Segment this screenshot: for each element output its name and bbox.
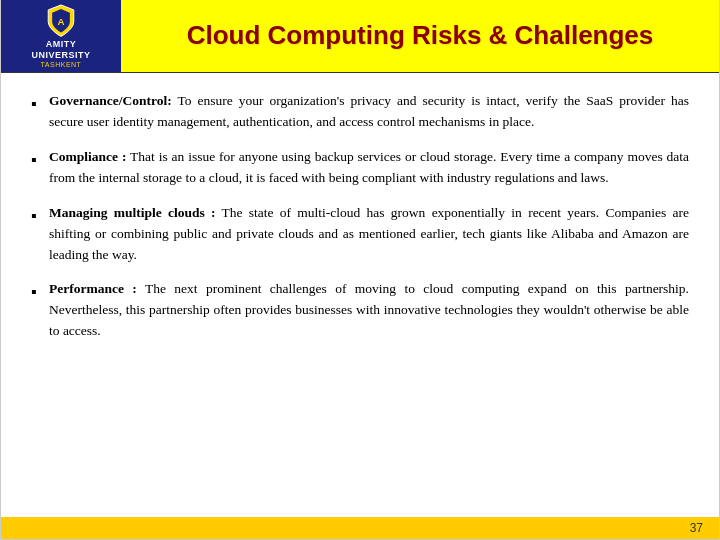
bullet-marker-4: ▪ [31, 280, 49, 305]
page-number: 37 [690, 521, 703, 535]
bullet-label-compliance: Compliance : [49, 149, 126, 164]
slide-footer: 37 [1, 517, 719, 539]
logo-university: UNIVERSITY [31, 50, 90, 61]
bullet-text-multiclouds: Managing multiple clouds : The state of … [49, 203, 689, 266]
bullet-item-performance: ▪ Performance : The next prominent chall… [31, 279, 689, 342]
bullet-item-multiclouds: ▪ Managing multiple clouds : The state o… [31, 203, 689, 266]
bullet-text-governance: Governance/Control: To ensure your organ… [49, 91, 689, 133]
logo-name: AMITY [46, 39, 77, 50]
bullet-text-compliance: Compliance : That is an issue for anyone… [49, 147, 689, 189]
bullet-label-performance: Performance : [49, 281, 137, 296]
bullet-marker-3: ▪ [31, 204, 49, 229]
logo-area: A AMITY UNIVERSITY TASHKENT [1, 0, 121, 72]
bullet-marker-1: ▪ [31, 92, 49, 117]
bullet-text-performance: Performance : The next prominent challen… [49, 279, 689, 342]
svg-text:A: A [57, 15, 64, 26]
slide-header: A AMITY UNIVERSITY TASHKENT Cloud Comput… [1, 1, 719, 73]
slide: A AMITY UNIVERSITY TASHKENT Cloud Comput… [0, 0, 720, 540]
slide-title: Cloud Computing Risks & Challenges [187, 20, 654, 51]
bullet-item-compliance: ▪ Compliance : That is an issue for anyo… [31, 147, 689, 189]
bullet-marker-2: ▪ [31, 148, 49, 173]
bullet-label-multiclouds: Managing multiple clouds : [49, 205, 216, 220]
bullet-item-governance: ▪ Governance/Control: To ensure your org… [31, 91, 689, 133]
logo-shield-icon: A [46, 4, 76, 37]
title-area: Cloud Computing Risks & Challenges [121, 0, 719, 72]
slide-content: ▪ Governance/Control: To ensure your org… [1, 73, 719, 517]
logo-location: TASHKENT [41, 61, 82, 68]
bullet-label-governance: Governance/Control: [49, 93, 172, 108]
